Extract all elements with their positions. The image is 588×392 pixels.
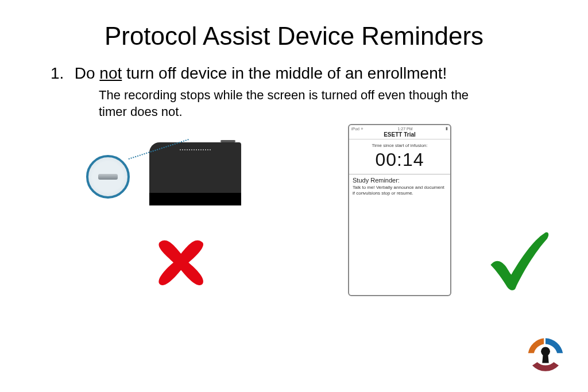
timer-label: Time since start of infusion:: [349, 139, 450, 149]
reminder-heading: Study Reminder:: [353, 177, 447, 184]
status-time: 1:27 PM: [397, 127, 412, 131]
reminder-box: Study Reminder: Talk to me! Verbally ann…: [349, 174, 450, 199]
reminder-body: Talk to me! Verbally announce and docume…: [353, 185, 447, 196]
bullet-1: 1. Do not turn off device in the middle …: [51, 64, 554, 83]
status-left: iPod ᯤ: [351, 127, 365, 131]
status-battery-icon: ▮: [446, 126, 448, 131]
bullet-text-pre: Do: [75, 64, 100, 82]
phone-power-button: [220, 140, 235, 142]
bullet-text-emph: not: [99, 64, 122, 82]
callout-circle: [86, 155, 130, 199]
check-icon: [482, 225, 551, 294]
bullet-number: 1.: [51, 64, 70, 83]
timer-value: 00:14: [349, 149, 450, 174]
phone-mockup: iPod ᯤ 1:27 PM ▮ ESETT Trial Time since …: [348, 124, 451, 296]
slide: Protocol Assist Device Reminders 1. Do n…: [0, 0, 588, 392]
cross-icon: [148, 228, 211, 292]
bullet-subtext: The recording stops while the screen is …: [99, 87, 490, 120]
brand-logo-icon: [525, 336, 566, 377]
phone-status-bar: iPod ᯤ 1:27 PM ▮: [349, 125, 450, 131]
bullet-text-post: turn off device in the middle of an enro…: [122, 64, 447, 82]
power-off-graphic: [92, 142, 241, 223]
phone-speaker-icon: [180, 149, 211, 150]
page-title: Protocol Assist Device Reminders: [0, 22, 588, 51]
power-button-zoom-icon: [98, 174, 118, 180]
phone-app-title: ESETT Trial: [349, 131, 450, 139]
phone-corner: [149, 142, 241, 205]
